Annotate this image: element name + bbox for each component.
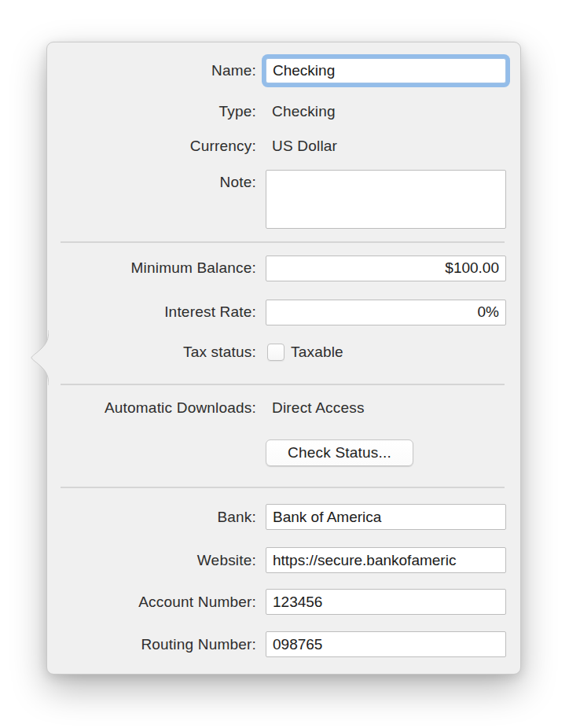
name-label: Name:	[47, 62, 256, 79]
taxable-checkbox[interactable]	[267, 344, 284, 361]
page-background: Name: Type: Checking Currency: US Dollar…	[0, 0, 569, 728]
divider	[61, 487, 505, 488]
name-row: Name:	[47, 53, 520, 88]
taxable-checkbox-label: Taxable	[291, 344, 343, 361]
website-row: Website:	[47, 546, 520, 575]
interest-rate-input[interactable]	[266, 300, 506, 325]
type-row: Type: Checking	[47, 101, 520, 123]
divider	[61, 241, 505, 243]
interest-rate-label: Interest Rate:	[47, 303, 256, 321]
minimum-balance-row: Minimum Balance:	[47, 253, 520, 283]
note-textarea[interactable]	[266, 170, 506, 229]
website-label: Website:	[47, 552, 256, 569]
currency-row: Currency: US Dollar	[47, 135, 520, 157]
routing-number-row: Routing Number:	[47, 630, 520, 659]
automatic-downloads-label: Automatic Downloads:	[47, 399, 256, 417]
website-input[interactable]	[266, 547, 506, 573]
divider	[61, 384, 505, 385]
account-number-row: Account Number:	[47, 587, 520, 616]
check-status-button[interactable]: Check Status...	[266, 439, 413, 466]
note-label: Note:	[47, 170, 256, 191]
bank-row: Bank:	[47, 502, 520, 531]
automatic-downloads-value: Direct Access	[266, 399, 365, 417]
interest-rate-row: Interest Rate:	[47, 297, 520, 327]
account-settings-popover: Name: Type: Checking Currency: US Dollar…	[46, 42, 521, 675]
automatic-downloads-row: Automatic Downloads: Direct Access	[47, 397, 520, 419]
account-number-label: Account Number:	[47, 594, 256, 611]
type-label: Type:	[47, 103, 256, 120]
tax-status-label: Tax status:	[47, 344, 256, 361]
popover-arrow	[30, 330, 49, 385]
currency-label: Currency:	[47, 138, 256, 155]
tax-status-row: Tax status: Taxable	[47, 342, 520, 362]
check-status-row: Check Status...	[47, 439, 520, 466]
routing-number-input[interactable]	[266, 631, 506, 657]
type-value: Checking	[266, 103, 336, 120]
minimum-balance-input[interactable]	[266, 256, 506, 281]
note-row: Note:	[47, 170, 520, 230]
bank-input[interactable]	[266, 504, 506, 530]
currency-value: US Dollar	[266, 138, 337, 155]
minimum-balance-label: Minimum Balance:	[47, 259, 256, 277]
routing-number-label: Routing Number:	[47, 636, 256, 653]
name-input[interactable]	[266, 58, 506, 83]
bank-label: Bank:	[47, 509, 256, 526]
account-number-input[interactable]	[266, 589, 506, 615]
